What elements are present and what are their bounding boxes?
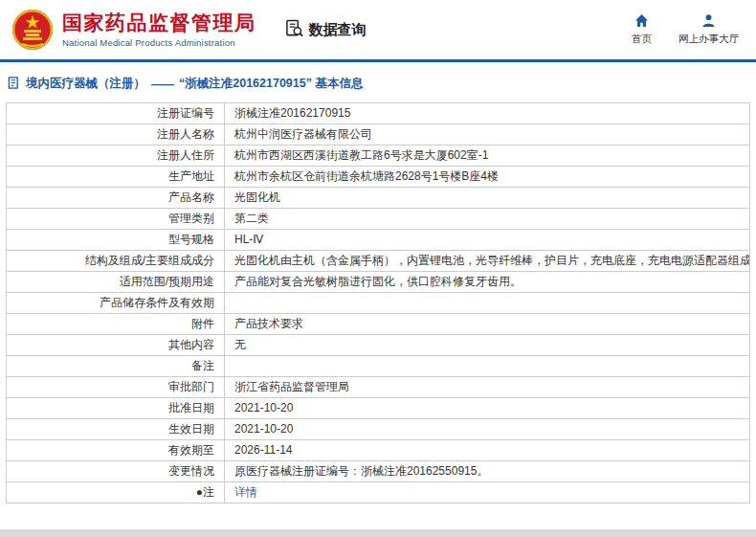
nav-home[interactable]: 首页 <box>632 13 652 46</box>
field-value: 原医疗器械注册证编号：浙械注准20162550915。 <box>225 461 750 482</box>
field-label: 注册人住所 <box>7 145 225 167</box>
field-value: 第二类 <box>225 209 750 230</box>
home-icon <box>634 13 649 30</box>
table-row: 批准日期2021-10-20 <box>7 398 750 419</box>
field-label: 附件 <box>7 314 225 335</box>
data-query-nav[interactable]: 数据查询 <box>285 19 367 40</box>
table-row: 有效期至2026-11-14 <box>7 440 750 461</box>
table-row: 注册人住所杭州市西湖区西溪街道教工路6号求是大厦602室-1 <box>7 145 750 167</box>
table-row: 变更情况原医疗器械注册证编号：浙械注准20162550915。 <box>7 461 750 482</box>
page-header: 国家药品监督管理局 National Medical Products Admi… <box>0 0 756 59</box>
table-row: 注册证编号浙械注准20162170915 <box>7 103 750 124</box>
data-query-label: 数据查询 <box>309 21 367 39</box>
field-value: 产品技术要求 <box>225 314 750 335</box>
field-value: 无 <box>225 335 750 356</box>
field-label: 注册人名称 <box>7 124 225 145</box>
field-label: 变更情况 <box>7 461 225 482</box>
nav-home-label: 首页 <box>632 33 652 46</box>
field-label: 型号规格 <box>7 230 225 251</box>
agency-brand: 国家药品监督管理局 National Medical Products Admi… <box>11 9 256 51</box>
field-value <box>225 356 750 377</box>
field-label: 注册证编号 <box>7 103 225 124</box>
field-label: 有效期至 <box>7 440 225 461</box>
table-row: 型号规格HL-Ⅳ <box>7 230 750 251</box>
agency-titles: 国家药品监督管理局 National Medical Products Admi… <box>62 11 256 47</box>
field-label: 其他内容 <box>7 335 225 356</box>
field-label: 适用范围/预期用途 <box>7 272 225 293</box>
field-label: 管理类别 <box>7 209 225 230</box>
document-icon <box>8 77 20 92</box>
field-value: 光固化机由主机（含金属手柄），内置锂电池，光导纤维棒，护目片，充电底座，充电电源… <box>225 251 750 272</box>
table-row: 产品储存条件及有效期 <box>7 293 750 314</box>
field-label: 产品名称 <box>7 188 225 209</box>
field-value: 2021-10-20 <box>225 398 750 419</box>
person-icon <box>701 13 716 30</box>
table-row: 适用范围/预期用途产品能对复合光敏树脂进行固化，供口腔科修复牙齿用。 <box>7 272 750 293</box>
field-value: 杭州市余杭区仓前街道余杭塘路2628号1号楼B座4楼 <box>225 167 750 188</box>
table-row: 产品名称光固化机 <box>7 188 750 209</box>
table-row: 附件产品技术要求 <box>7 314 750 335</box>
info-table-body: 注册证编号浙械注准20162170915注册人名称杭州中润医疗器械有限公司注册人… <box>7 103 750 503</box>
registration-info-table: 注册证编号浙械注准20162170915注册人名称杭州中润医疗器械有限公司注册人… <box>6 102 750 503</box>
nav-service-hall[interactable]: 网上办事大厅 <box>678 13 739 46</box>
table-row: 其他内容无 <box>7 335 750 356</box>
national-emblem-icon <box>11 9 54 51</box>
breadcrumb-category[interactable]: 境内医疗器械（注册） <box>26 76 145 92</box>
field-value: 产品能对复合光敏树脂进行固化，供口腔科修复牙齿用。 <box>225 272 750 293</box>
field-value <box>225 293 750 314</box>
field-value: 光固化机 <box>225 188 750 209</box>
field-label: 审批部门 <box>7 377 225 398</box>
field-label: 生效日期 <box>7 419 225 440</box>
table-row: 管理类别第二类 <box>7 209 750 230</box>
agency-title-cn: 国家药品监督管理局 <box>62 11 256 34</box>
table-row: 审批部门浙江省药品监督管理局 <box>7 377 750 398</box>
table-row: 注册人名称杭州中润医疗器械有限公司 <box>7 124 750 145</box>
field-label: 结构及组成/主要组成成分 <box>7 251 225 272</box>
field-value: 2021-10-20 <box>225 419 750 440</box>
field-label: 批准日期 <box>7 398 225 419</box>
page-title: “浙械注准20162170915” 基本信息 <box>179 76 363 92</box>
field-value: 详情 <box>225 482 750 503</box>
field-label: 生产地址 <box>7 167 225 188</box>
nav-service-hall-label: 网上办事大厅 <box>678 33 739 46</box>
field-label: 备注 <box>7 356 225 377</box>
breadcrumb-separator: —— <box>151 78 173 91</box>
table-row: 结构及组成/主要组成成分光固化机由主机（含金属手柄），内置锂电池，光导纤维棒，护… <box>7 251 750 272</box>
field-value: 浙江省药品监督管理局 <box>225 377 750 398</box>
field-label: 产品储存条件及有效期 <box>7 293 225 314</box>
table-row: ●注详情 <box>7 482 750 503</box>
field-value: 杭州市西湖区西溪街道教工路6号求是大厦602室-1 <box>225 145 750 167</box>
field-value: 2026-11-14 <box>225 440 750 461</box>
table-row: 生效日期2021-10-20 <box>7 419 750 440</box>
field-label: ●注 <box>7 482 225 503</box>
table-row: 生产地址杭州市余杭区仓前街道余杭塘路2628号1号楼B座4楼 <box>7 167 750 188</box>
field-value: HL-Ⅳ <box>225 230 750 251</box>
field-value: 杭州中润医疗器械有限公司 <box>225 124 750 145</box>
search-document-icon <box>285 19 303 40</box>
breadcrumb: 境内医疗器械（注册） —— “浙械注准20162170915” 基本信息 <box>0 62 756 102</box>
table-row: 备注 <box>7 356 750 377</box>
detail-link[interactable]: 详情 <box>234 485 257 499</box>
agency-title-en: National Medical Products Administration <box>62 37 256 48</box>
header-nav: 首页 网上办事大厅 <box>632 13 739 46</box>
field-value: 浙械注准20162170915 <box>225 103 750 124</box>
footer-strip <box>0 529 756 537</box>
